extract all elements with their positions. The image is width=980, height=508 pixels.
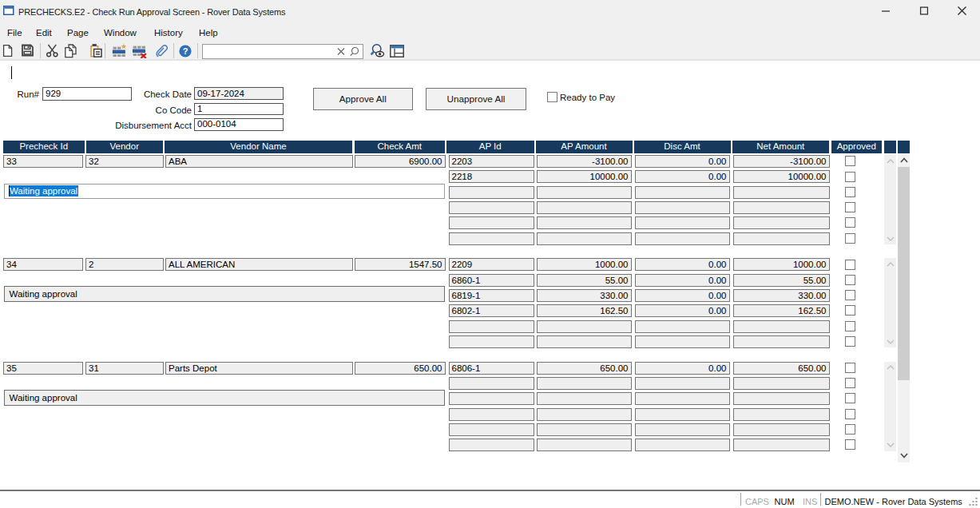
svg-text:?: ?: [183, 46, 188, 56]
